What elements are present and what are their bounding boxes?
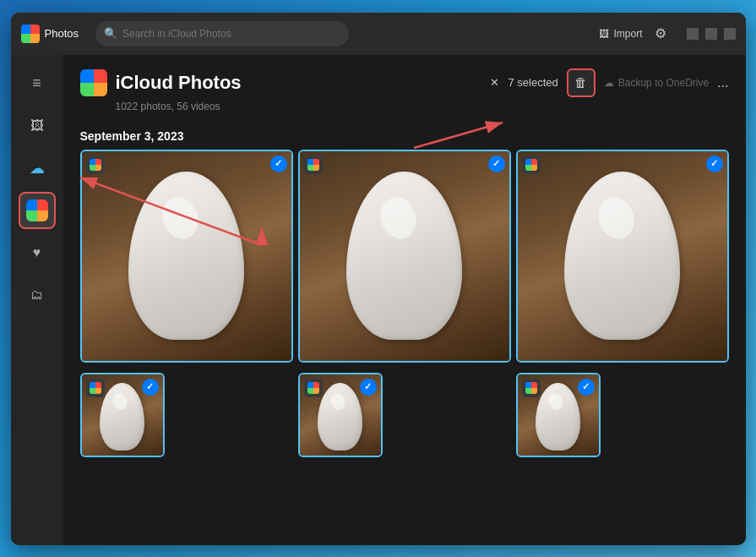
backup-button[interactable]: ☁ Backup to OneDrive: [604, 77, 709, 89]
photo-icloud-icon-2: [307, 159, 319, 171]
apple-logo-5: [332, 420, 347, 437]
content-subtitle: 1022 photos, 56 videos: [116, 101, 729, 112]
photo-check-1: ✓: [270, 156, 287, 172]
sidebar-item-icloud-photos[interactable]: [19, 192, 56, 229]
apple-logo-6: [550, 420, 565, 437]
sidebar: ≡ 🖼 ☁ ♥ 🗂: [11, 55, 63, 545]
favorites-icon: ♥: [33, 245, 41, 260]
content-title-row: iCloud Photos ✕ 7 selected 🗑 ☁: [80, 68, 729, 97]
photo-thumb-1: [82, 151, 291, 361]
app-icon: [21, 25, 40, 43]
apple-logo-3: [614, 289, 629, 306]
app-window: Photos 🔍 🖼 Import ⚙ – □ ✕ ≡ �: [11, 13, 746, 545]
photo-item-3[interactable]: ✓: [516, 150, 729, 363]
more-options-button[interactable]: ...: [717, 75, 728, 90]
mouse-highlight-6: [547, 390, 565, 411]
settings-icon[interactable]: ⚙: [655, 25, 666, 41]
search-icon: 🔍: [104, 27, 117, 40]
photo-icloud-icon-5: [307, 382, 319, 394]
photo-check-3: ✓: [706, 156, 723, 172]
import-button[interactable]: 🖼 Import: [599, 28, 642, 40]
mouse-body-5: [318, 383, 362, 451]
backup-icon: ☁: [604, 77, 614, 89]
photo-icloud-icon-3: [525, 159, 537, 171]
photo-thumb-2: [300, 151, 509, 361]
menu-icon: ≡: [32, 74, 41, 92]
sidebar-item-menu[interactable]: ≡: [19, 65, 56, 102]
photo-item-1[interactable]: ✓: [80, 150, 293, 363]
photo-item-5[interactable]: ✓: [298, 373, 383, 457]
clear-selection-button[interactable]: ✕: [490, 76, 499, 89]
content-area: iCloud Photos ✕ 7 selected 🗑 ☁: [63, 55, 746, 545]
close-button[interactable]: ✕: [724, 28, 736, 40]
mouse-body-6: [536, 383, 580, 451]
icloud-icon: ☁: [30, 159, 45, 177]
apple-logo-2: [396, 289, 411, 306]
selected-count: 7 selected: [508, 76, 557, 89]
photo-item-4[interactable]: ✓: [80, 373, 165, 457]
delete-button[interactable]: 🗑: [567, 68, 596, 97]
photo-icloud-icon-6: [525, 382, 537, 394]
date-group-label: September 3, 2023: [63, 121, 746, 150]
app-logo: Photos: [21, 25, 79, 43]
content-app-icon: [80, 69, 107, 96]
title-bar-actions: 🖼 Import ⚙ – □ ✕: [599, 25, 735, 41]
window-controls: – □ ✕: [687, 28, 736, 40]
mouse-body: [128, 172, 243, 339]
photo-icloud-badge-4: [86, 379, 105, 397]
apple-logo-4: [114, 420, 129, 437]
photo-item-6[interactable]: ✓: [516, 373, 601, 457]
sidebar-item-library[interactable]: 🖼: [19, 107, 56, 145]
title-bar: Photos 🔍 🖼 Import ⚙ – □ ✕: [11, 13, 746, 55]
mouse-body-4: [100, 383, 144, 451]
trash-icon: 🗑: [574, 75, 587, 90]
photo-thumb-3: [518, 151, 727, 361]
sidebar-item-folders[interactable]: 🗂: [19, 276, 56, 314]
app-title: Photos: [45, 27, 79, 40]
mouse-body-3: [564, 172, 679, 339]
maximize-button[interactable]: □: [705, 28, 717, 40]
mouse-body-2: [346, 172, 461, 339]
photo-check-2: ✓: [488, 156, 505, 172]
photo-library-icon: 🖼: [30, 118, 44, 134]
mouse-highlight-5: [329, 390, 347, 411]
photo-icloud-badge-2: [304, 156, 323, 174]
main-layout: ≡ 🖼 ☁ ♥ 🗂 iCloud Pho: [11, 55, 746, 545]
photo-icloud-badge-5: [304, 379, 323, 397]
photo-check-6: ✓: [578, 379, 595, 396]
search-bar[interactable]: 🔍: [95, 21, 349, 46]
photo-item-2[interactable]: ✓: [298, 150, 511, 363]
photo-icloud-icon-4: [90, 382, 101, 394]
photo-icloud-badge-6: [522, 379, 541, 397]
photo-check-5: ✓: [360, 379, 377, 396]
folders-icon: 🗂: [30, 287, 43, 302]
sidebar-item-favorites[interactable]: ♥: [19, 234, 56, 271]
content-header: iCloud Photos ✕ 7 selected 🗑 ☁: [63, 55, 746, 121]
selection-bar: ✕ 7 selected 🗑 ☁ Backup to OneDrive ...: [490, 68, 728, 97]
mouse-highlight-4: [111, 390, 129, 411]
photo-check-4: ✓: [142, 379, 159, 396]
mouse-highlight: [157, 193, 204, 244]
sidebar-item-icloud[interactable]: ☁: [19, 150, 56, 187]
import-icon: 🖼: [599, 28, 609, 40]
content-title: iCloud Photos: [116, 72, 242, 94]
apple-logo: [178, 289, 193, 306]
clear-icon: ✕: [490, 76, 499, 89]
photo-icloud-badge-3: [522, 156, 541, 174]
photo-icloud-badge-1: [86, 156, 105, 174]
mouse-highlight-2: [375, 193, 422, 244]
mouse-highlight-3: [593, 193, 639, 244]
icloud-photos-icon: [26, 199, 48, 221]
photo-grid: ✓ ✓: [80, 150, 729, 457]
photo-grid-container[interactable]: ✓ ✓: [63, 150, 746, 545]
minimize-button[interactable]: –: [687, 28, 699, 40]
photo-icloud-icon-1: [90, 159, 101, 171]
search-input[interactable]: [122, 28, 340, 40]
